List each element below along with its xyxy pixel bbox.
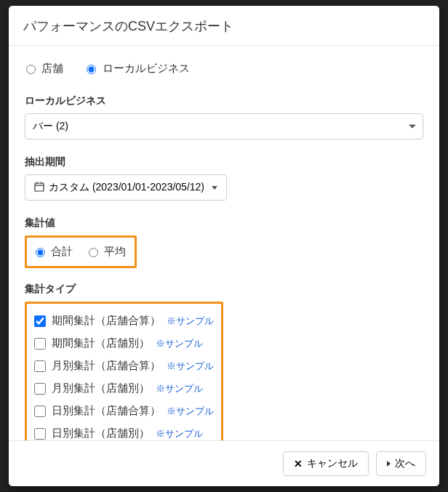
scope-store-option[interactable]: 店舗 <box>26 62 66 74</box>
period-picker-button[interactable]: カスタム (2023/01/01-2023/05/12) <box>25 174 227 201</box>
scope-local-label: ローカルビジネス <box>103 62 190 74</box>
aggregate-type-label: 期間集計（店舗別） <box>52 336 150 350</box>
aggregate-avg-option[interactable]: 平均 <box>89 245 126 259</box>
aggregate-avg-radio[interactable] <box>89 248 98 257</box>
svg-rect-0 <box>35 183 44 191</box>
aggregate-type-checkbox[interactable] <box>34 428 46 440</box>
scope-local-radio[interactable] <box>87 65 96 74</box>
aggregate-type-checkbox[interactable] <box>34 406 46 417</box>
aggregate-type-checkbox[interactable] <box>34 315 46 327</box>
aggregate-type-row: 期間集計（店舗別）※サンプル <box>34 332 214 355</box>
chevron-down-icon <box>212 186 217 190</box>
sample-link[interactable]: ※サンプル <box>167 405 214 418</box>
next-button[interactable]: 次へ <box>376 451 426 476</box>
aggregate-type-row: 日別集計（店舗別）※サンプル <box>34 422 214 440</box>
scope-radio-group: 店舗 ローカルビジネス <box>25 62 423 76</box>
cancel-button-label: キャンセル <box>307 457 358 470</box>
aggregate-type-group: 期間集計（店舗合算）※サンプル期間集計（店舗別）※サンプル月別集計（店舗合算）※… <box>25 302 223 440</box>
aggregate-type-row: 日別集計（店舗合算）※サンプル <box>34 400 214 422</box>
aggregate-avg-label: 平均 <box>104 245 126 257</box>
aggregate-type-label: 日別集計（店舗別） <box>52 427 150 440</box>
period-value: カスタム (2023/01/01-2023/05/12) <box>49 181 204 194</box>
local-business-selected-value: バー (2) <box>33 120 68 132</box>
modal-header: パフォーマンスのCSVエクスポート <box>9 6 439 46</box>
aggregate-type-label: 日別集計（店舗合算） <box>52 404 161 418</box>
modal-body: 店舗 ローカルビジネス ローカルビジネス バー (2) 抽出期間 カスタム (2… <box>9 46 439 440</box>
aggregate-value-section-label: 集計値 <box>25 217 423 230</box>
aggregate-sum-option[interactable]: 合計 <box>36 245 73 259</box>
aggregate-type-checkbox[interactable] <box>34 338 46 350</box>
local-business-select-wrap: バー (2) <box>25 113 423 140</box>
aggregate-type-label: 月別集計（店舗別） <box>52 382 150 395</box>
local-business-section-label: ローカルビジネス <box>25 94 423 108</box>
aggregate-type-label: 月別集計（店舗合算） <box>52 359 161 373</box>
aggregate-sum-radio[interactable] <box>36 248 45 257</box>
close-icon: ✕ <box>294 458 303 469</box>
aggregate-type-row: 期間集計（店舗合算）※サンプル <box>34 310 214 332</box>
aggregate-type-checkbox[interactable] <box>34 383 46 395</box>
csv-export-modal: パフォーマンスのCSVエクスポート 店舗 ローカルビジネス ローカルビジネス バ… <box>9 6 439 486</box>
modal-title: パフォーマンスのCSVエクスポート <box>23 17 425 35</box>
chevron-right-icon <box>387 461 391 467</box>
caret-down-icon <box>409 125 416 129</box>
sample-link[interactable]: ※サンプル <box>156 427 203 440</box>
sample-link[interactable]: ※サンプル <box>167 315 214 328</box>
scope-local-option[interactable]: ローカルビジネス <box>87 62 189 74</box>
local-business-select[interactable]: バー (2) <box>25 113 423 140</box>
aggregate-type-row: 月別集計（店舗別）※サンプル <box>34 377 214 400</box>
sample-link[interactable]: ※サンプル <box>156 382 203 395</box>
aggregate-sum-label: 合計 <box>51 245 73 257</box>
aggregate-type-checkbox[interactable] <box>34 360 46 372</box>
sample-link[interactable]: ※サンプル <box>167 360 214 373</box>
sample-link[interactable]: ※サンプル <box>156 337 203 350</box>
aggregate-type-label: 期間集計（店舗合算） <box>52 314 161 328</box>
scope-store-radio[interactable] <box>26 65 36 74</box>
scope-store-label: 店舗 <box>41 62 63 74</box>
aggregate-type-section-label: 集計タイプ <box>25 283 423 296</box>
next-button-label: 次へ <box>395 457 415 470</box>
calendar-icon <box>34 182 44 194</box>
cancel-button[interactable]: ✕ キャンセル <box>283 451 369 476</box>
modal-footer: ✕ キャンセル 次へ <box>9 440 439 486</box>
aggregate-type-row: 月別集計（店舗合算）※サンプル <box>34 355 214 377</box>
period-section-label: 抽出期間 <box>25 156 423 169</box>
aggregate-value-group: 合計 平均 <box>25 235 137 268</box>
